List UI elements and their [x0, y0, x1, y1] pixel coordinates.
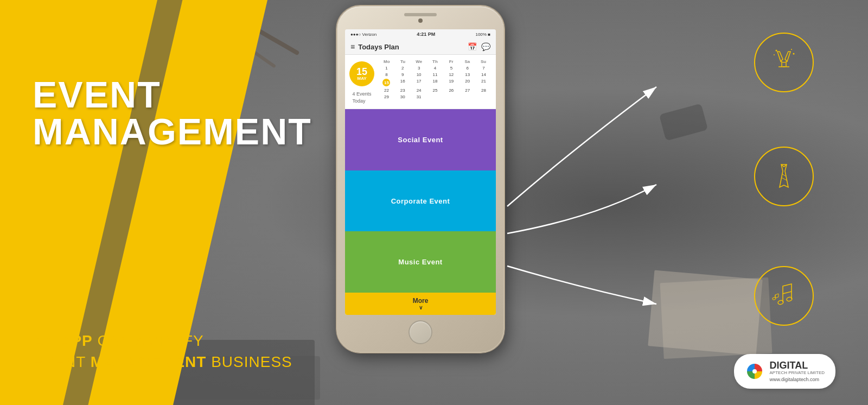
cal-date[interactable]: 18 — [427, 78, 443, 87]
cal-day-mo: Mo — [379, 59, 395, 64]
tagline-business: BUSINESS — [206, 353, 292, 370]
svg-line-10 — [781, 178, 787, 180]
app-header: ≡ Todays Plan 📅 💬 — [345, 39, 496, 55]
event-list: Social Event Corporate Event Music Event… — [345, 109, 496, 315]
more-button[interactable]: More ∨ — [345, 293, 496, 315]
status-carrier: ●●●○ Verizon — [350, 32, 376, 37]
cal-date[interactable]: 6 — [459, 65, 475, 71]
svg-point-17 — [752, 369, 757, 374]
tagline-bold-2: MANAGEMENT — [91, 353, 207, 370]
corporate-event-button[interactable]: Corporate Event — [345, 170, 496, 232]
corporate-icon-circle — [754, 147, 814, 206]
arrow-corporate-tie — [507, 185, 656, 233]
tagline-event: EVENT — [33, 353, 91, 370]
brand-url: www.digitalaptech.com — [770, 377, 825, 382]
cal-date — [476, 94, 492, 100]
date-month: MAY — [357, 77, 366, 81]
svg-point-5 — [776, 50, 777, 52]
cal-date[interactable]: 2 — [395, 65, 411, 71]
cal-date[interactable]: 31 — [411, 94, 427, 100]
cal-date[interactable]: 20 — [459, 78, 475, 87]
date-badge: 15 MAY — [349, 61, 374, 86]
svg-point-7 — [793, 53, 795, 55]
cal-date[interactable]: 14 — [476, 72, 492, 78]
cal-date[interactable]: 4 — [427, 65, 443, 71]
cal-date[interactable]: 5 — [443, 65, 459, 71]
cal-date[interactable]: 9 — [395, 72, 411, 78]
calendar-icon[interactable]: 📅 — [468, 42, 477, 51]
calendar-body: 1 2 3 4 5 6 7 8 9 10 11 12 — [379, 65, 492, 100]
events-count: 4 Events Today — [352, 91, 371, 104]
svg-point-8 — [774, 54, 775, 55]
tagline-line2: EVENT MANAGEMENT BUSINESS — [33, 351, 292, 372]
message-icon[interactable]: 💬 — [481, 42, 490, 51]
phone-camera — [418, 18, 423, 23]
date-number: 15 — [356, 67, 367, 77]
cal-date[interactable]: 29 — [379, 94, 394, 100]
arrow-social-celebration — [507, 87, 656, 206]
status-time: 4:21 PM — [417, 31, 435, 37]
celebration-svg — [768, 46, 800, 79]
cal-day-sa: Sa — [459, 59, 476, 64]
cal-date — [427, 94, 443, 100]
cal-date[interactable]: 13 — [459, 72, 475, 78]
title-line1: EVENT — [33, 76, 312, 113]
brand-icon-svg — [745, 362, 764, 381]
tie-svg — [768, 160, 800, 193]
cal-date-today[interactable]: 15 — [379, 78, 394, 87]
corporate-circle — [754, 147, 814, 206]
brand-subtitle: APTECH PRIVATE LIMITED — [770, 370, 825, 376]
app-title-text: Todays Plan — [358, 43, 399, 51]
cal-day-fr: Fr — [443, 59, 459, 64]
phone-mockup: ●●●○ Verizon 4:21 PM 100% ■ ≡ Todays Pla… — [336, 5, 505, 364]
arrow-music-note — [507, 266, 656, 304]
cal-date[interactable]: 19 — [443, 78, 459, 87]
calendar-grid: Mo Tu We Th Fr Sa Su 1 2 3 — [379, 59, 492, 104]
date-badge-area: 15 MAY 4 Events Today — [349, 59, 374, 104]
phone-home-button[interactable] — [409, 320, 432, 344]
music-svg — [768, 280, 800, 312]
cal-date[interactable]: 8 — [379, 72, 394, 78]
social-event-button[interactable]: Social Event — [345, 109, 496, 170]
cal-day-we: We — [411, 59, 427, 64]
tagline-bold-1: AN APP — [33, 332, 93, 349]
chevron-down-icon: ∨ — [419, 305, 423, 311]
cal-date — [459, 94, 475, 100]
app-title-area: ≡ Todays Plan — [350, 42, 399, 51]
calendar-section: 15 MAY 4 Events Today Mo Tu We — [345, 55, 496, 109]
cal-date[interactable]: 12 — [443, 72, 459, 78]
cal-date[interactable]: 17 — [411, 78, 427, 87]
cal-date — [443, 94, 459, 100]
cal-date[interactable]: 23 — [395, 87, 411, 93]
cal-date[interactable]: 27 — [459, 87, 475, 93]
header-icons-group: 📅 💬 — [468, 42, 490, 51]
cal-day-tu: Tu — [395, 59, 411, 64]
cal-date[interactable]: 28 — [476, 87, 492, 93]
cal-date[interactable]: 22 — [379, 87, 394, 93]
music-event-button[interactable]: Music Event — [345, 231, 496, 293]
bottom-tagline-area: AN APP CAN AMPLIFY EVENT MANAGEMENT BUSI… — [33, 330, 292, 372]
left-text-area: EVENT MANAGEMENT — [33, 76, 312, 150]
cal-date[interactable]: 10 — [411, 72, 427, 78]
cal-date[interactable]: 25 — [427, 87, 443, 93]
cal-date[interactable]: 3 — [411, 65, 427, 71]
cal-date[interactable]: 21 — [476, 78, 492, 87]
cal-date[interactable]: 26 — [443, 87, 459, 93]
cal-date[interactable]: 30 — [395, 94, 411, 100]
phone-speaker — [404, 13, 437, 16]
celebration-icon-circle — [754, 33, 814, 92]
svg-point-6 — [791, 49, 792, 50]
cal-date[interactable]: 11 — [427, 72, 443, 78]
cal-date[interactable]: 1 — [379, 65, 394, 71]
calendar-header: Mo Tu We Th Fr Sa Su — [379, 59, 492, 64]
menu-icon[interactable]: ≡ — [350, 42, 355, 51]
tagline-line1: AN APP CAN AMPLIFY — [33, 330, 292, 351]
cal-date[interactable]: 24 — [411, 87, 427, 93]
status-bar: ●●●○ Verizon 4:21 PM 100% ■ — [345, 29, 496, 39]
brand-name: DIGITAL — [770, 360, 825, 370]
content-layer: EVENT MANAGEMENT AN APP CAN AMPLIFY EVEN… — [0, 0, 868, 405]
cal-date[interactable]: 7 — [476, 65, 492, 71]
tagline-text-1: CAN AMPLIFY — [93, 332, 204, 349]
brand-logo: DIGITAL APTECH PRIVATE LIMITED www.digit… — [734, 354, 836, 389]
cal-date[interactable]: 16 — [395, 78, 411, 87]
